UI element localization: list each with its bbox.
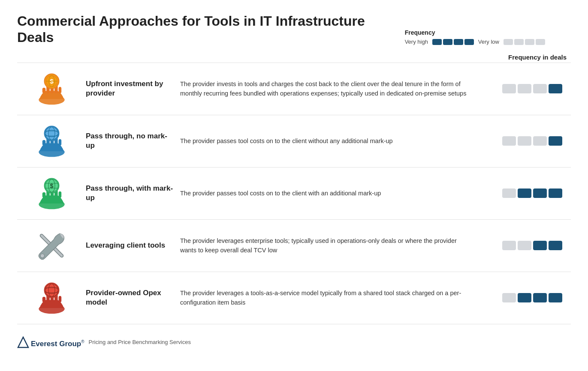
pill-1 <box>518 188 531 198</box>
pill-3 <box>549 293 562 302</box>
footer: Everest Group® Pricing and Price Benchma… <box>17 336 571 348</box>
pill-3 <box>549 188 562 198</box>
freq-deals-header: Frequency in deals <box>494 54 571 61</box>
freq-col-pass-through-with-markup <box>485 188 571 198</box>
svg-rect-5 <box>58 87 61 93</box>
pill-3 <box>549 241 562 250</box>
pill-1 <box>518 136 531 146</box>
svg-marker-50 <box>18 337 28 347</box>
very-high-bar <box>432 39 474 45</box>
freq-col-upfront <box>485 84 571 93</box>
name-col-pass-through-no-markup: Pass through, no mark-up <box>86 132 180 150</box>
footer-service: Pricing and Price Benchmarking Services <box>89 339 191 345</box>
page-title: Commercial Approaches for Tools in IT In… <box>17 13 369 46</box>
svg-rect-39 <box>42 296 45 302</box>
upfront-icon: $ <box>33 71 70 107</box>
pill-0 <box>502 84 516 93</box>
approaches-container: $ Upfront investment by provider The pro… <box>17 63 571 324</box>
pill-bar-upfront <box>502 84 562 93</box>
pill-3 <box>549 136 562 146</box>
pill-1 <box>518 84 531 93</box>
svg-rect-43 <box>58 296 61 302</box>
pill-bar-provider-owned-opex <box>502 293 562 302</box>
svg-rect-28 <box>58 191 61 198</box>
svg-rect-24 <box>42 192 45 197</box>
svg-point-17 <box>44 126 59 141</box>
desc-col-pass-through-with-markup: The provider passes tool costs on to the… <box>180 188 485 198</box>
pill-3 <box>549 84 562 93</box>
pass-through-with-markup-icon: $ <box>33 175 70 212</box>
name-col-leveraging-client-tools: Leveraging client tools <box>86 241 180 250</box>
very-low-label: Very low <box>478 39 499 45</box>
everest-group-logo: Everest Group® <box>17 336 84 348</box>
approach-row-pass-through-with-markup: $ Pass through, with mark-up The provide… <box>17 167 571 219</box>
freq-col-pass-through-no-markup <box>485 136 571 146</box>
name-col-pass-through-with-markup: Pass through, with mark-up <box>86 184 180 203</box>
icon-col-pass-through-with-markup: $ <box>17 175 86 212</box>
very-low-bar <box>504 39 545 45</box>
desc-col-leveraging-client-tools: The provider leverages enterprise tools;… <box>180 236 485 255</box>
pill-2 <box>533 293 547 302</box>
desc-col-pass-through-no-markup: The provider passes tool costs on to the… <box>180 136 485 146</box>
name-col-provider-owned-opex: Provider-owned Opex model <box>86 288 180 307</box>
svg-point-44 <box>44 283 59 297</box>
pill-bar-pass-through-no-markup <box>502 136 562 146</box>
approach-row-pass-through-no-markup: Pass through, no mark-up The provider pa… <box>17 115 571 167</box>
pill-0 <box>502 136 516 146</box>
pill-2 <box>533 241 547 250</box>
pass-through-no-markup-icon <box>33 123 70 159</box>
approach-row-provider-owned-opex: Provider-owned Opex model The provider l… <box>17 272 571 324</box>
pill-2 <box>533 84 547 93</box>
pill-2 <box>533 188 547 198</box>
desc-col-provider-owned-opex: The provider leverages a tools-as-a-serv… <box>180 288 485 308</box>
approach-row-leveraging-client-tools: Leveraging client tools The provider lev… <box>17 219 571 272</box>
pill-0 <box>502 188 516 198</box>
svg-text:$: $ <box>50 183 53 189</box>
pill-1 <box>518 293 531 302</box>
pill-1 <box>518 241 531 250</box>
approach-row-upfront: $ Upfront investment by provider The pro… <box>17 63 571 115</box>
icon-col-upfront: $ <box>17 71 86 107</box>
provider-owned-opex-icon <box>33 280 70 316</box>
icon-col-leveraging-client-tools <box>17 227 86 264</box>
pill-0 <box>502 293 516 302</box>
pill-0 <box>502 241 516 250</box>
pill-bar-leveraging-client-tools <box>502 241 562 250</box>
logo-triangle-icon <box>17 336 29 348</box>
svg-rect-1 <box>42 87 45 93</box>
desc-col-upfront: The provider invests in tools and charge… <box>180 79 485 99</box>
svg-rect-12 <box>42 140 45 145</box>
pill-2 <box>533 136 547 146</box>
svg-rect-16 <box>58 139 61 146</box>
freq-col-provider-owned-opex <box>485 293 571 302</box>
legend-title: Frequency <box>405 29 545 36</box>
freq-col-leveraging-client-tools <box>485 241 571 250</box>
icon-col-pass-through-no-markup <box>17 123 86 159</box>
very-high-label: Very high <box>405 39 428 45</box>
icon-col-provider-owned-opex <box>17 280 86 316</box>
leveraging-client-tools-icon <box>33 227 70 264</box>
svg-point-37 <box>40 254 44 257</box>
pill-bar-pass-through-with-markup <box>502 188 562 198</box>
name-col-upfront: Upfront investment by provider <box>86 79 180 98</box>
company-name: Everest Group® <box>31 339 84 348</box>
legend-area: Frequency Very high Very low <box>405 29 545 45</box>
